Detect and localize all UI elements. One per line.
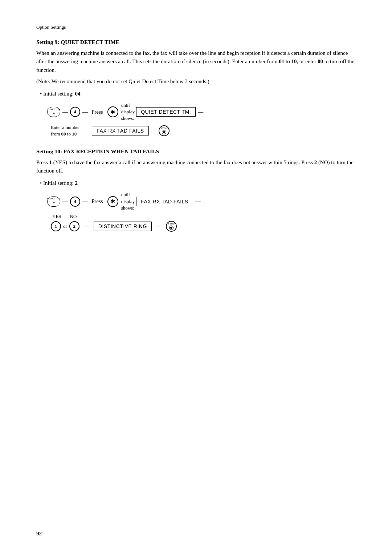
stop-label: STOP (160, 127, 167, 130)
function-label: FUNCTION (47, 108, 61, 111)
function-icon2: FUNCTION ⚬ (47, 197, 60, 207)
shows-text2: shows: (121, 205, 135, 211)
section-label: Option Settings (36, 24, 356, 30)
dash2: — (82, 109, 88, 115)
function-icon-shape2: ⚬ (52, 200, 56, 205)
from-text: from 00 to 10 (51, 131, 80, 137)
function-icon: FUNCTION ⚬ (47, 107, 60, 117)
setting10-display-box1: FAX RX TAD FAILS (136, 197, 193, 206)
press-text2: Press (91, 198, 103, 204)
enter-text: Enter a number (51, 124, 80, 131)
star-btn: ✱ (107, 106, 118, 117)
yes-no-labels: YES NO (52, 214, 77, 219)
enter-number-text: Enter a number from 00 to 10 (51, 124, 80, 137)
stop-inner2 (169, 226, 173, 230)
setting10-diagram: FUNCTION ⚬ — 4 — Press ✱ until display s… (47, 191, 356, 232)
stop-icon2: STOP (166, 221, 177, 232)
setting9-display-box1: QUIET DETECT TM. (136, 107, 196, 117)
setting9-display-box2: FAX RX TAD FAILS (92, 126, 148, 135)
setting10-initial: • Initial setting: 2 (40, 180, 356, 186)
press-text: Press (91, 109, 103, 115)
setting10-title: Setting 10: FAX RECEPTION WHEN TAD FAILS (36, 148, 356, 155)
until-text: until (121, 102, 135, 109)
yes-label: YES (52, 214, 61, 219)
dash8: — (195, 198, 201, 204)
dash1: — (62, 109, 68, 115)
dash9: — (84, 223, 89, 230)
shows-text: shows: (121, 115, 135, 122)
btn-row: 1 or 2 — DISTINCTIVE RING — STOP (51, 221, 177, 232)
number4-btn: 4 (70, 107, 80, 117)
page-number: 92 (36, 531, 42, 537)
display-text2: display (121, 198, 135, 205)
setting9-section: Setting 9: QUIET DETECT TIME When an ans… (36, 39, 356, 137)
setting9-body1: When an answering machine is connected t… (36, 49, 356, 74)
stop-label2: STOP (168, 223, 175, 225)
dash3: — (198, 109, 203, 115)
btn1: 1 (51, 221, 61, 231)
dash5: — (151, 127, 156, 134)
setting10-section: Setting 10: FAX RECEPTION WHEN TAD FAILS… (36, 148, 356, 232)
setting10-body1: Press 1 (YES) to have the fax answer a c… (36, 158, 356, 175)
page: Option Settings Setting 9: QUIET DETECT … (0, 0, 392, 555)
setting10-diagram-row2: YES NO 1 or 2 — DISTINCTIVE RING — STOP (51, 214, 356, 232)
until-shows2: until display shows: (121, 191, 135, 211)
setting9-title: Setting 9: QUIET DETECT TIME (36, 39, 356, 45)
yes-no-col: YES NO 1 or 2 — DISTINCTIVE RING — STOP (51, 214, 177, 232)
stop-inner (162, 130, 166, 134)
setting9-diagram: FUNCTION ⚬ — 4 — Press ✱ until display s… (47, 102, 356, 137)
no-label: NO (70, 214, 77, 219)
setting9-initial: • Initial setting: 04 (40, 91, 356, 97)
display-text: display (121, 109, 135, 115)
setting10-diagram-row1: FUNCTION ⚬ — 4 — Press ✱ until display s… (47, 191, 356, 211)
until-shows: until display shows: (121, 102, 135, 122)
stop-icon: STOP (159, 125, 170, 136)
setting9-diagram-row2: Enter a number from 00 to 10 — FAX RX TA… (51, 124, 356, 137)
number4-btn2: 4 (70, 197, 80, 207)
top-rule (36, 22, 356, 22)
dash10: — (156, 223, 162, 230)
until-text2: until (121, 191, 135, 198)
function-label2: FUNCTION (47, 198, 61, 200)
btn2: 2 (69, 221, 79, 231)
setting9-diagram-row1: FUNCTION ⚬ — 4 — Press ✱ until display s… (47, 102, 356, 122)
setting9-body2: (Note: We recommend that you do not set … (36, 77, 356, 86)
dash7: — (82, 198, 88, 204)
or-text: or (63, 223, 67, 229)
setting10-display-box2: DISTINCTIVE RING (94, 222, 152, 231)
dash6: — (62, 198, 68, 204)
dash4: — (83, 127, 88, 134)
star-btn2: ✱ (107, 196, 118, 207)
function-icon-shape: ⚬ (52, 111, 56, 116)
